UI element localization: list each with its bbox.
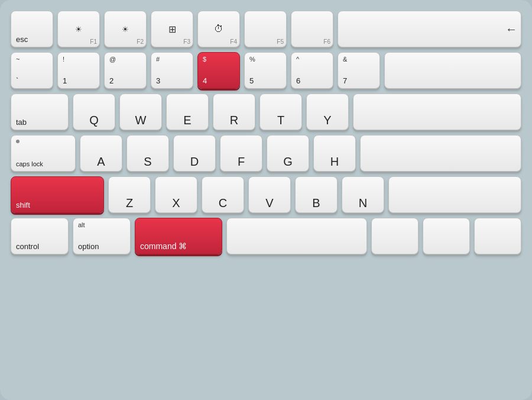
key-2-bottom: 2: [109, 77, 113, 85]
key-right-ctrl[interactable]: [474, 218, 521, 254]
number-row: ~ ` ! 1 @ 2 # 3 $ 4 % 5 ^ 6 & 7: [11, 52, 521, 89]
key-7-top: &: [343, 56, 347, 63]
key-right-opt[interactable]: [423, 218, 470, 254]
key-f4[interactable]: ⏱ F4: [197, 11, 240, 47]
key-2-top: @: [109, 56, 116, 63]
key-5-top: %: [249, 56, 255, 63]
key-f6-num: F6: [323, 38, 330, 45]
key-6-bottom: 6: [296, 77, 300, 85]
key-d-label: D: [179, 156, 210, 167]
key-v[interactable]: V: [248, 176, 291, 213]
key-y[interactable]: Y: [306, 93, 349, 130]
key-f-label: F: [225, 156, 257, 167]
bottom-row: control alt option command ⌘: [11, 218, 521, 254]
key-7-bottom: 7: [343, 77, 347, 85]
key-tab-label: tab: [16, 118, 27, 126]
key-control[interactable]: control: [11, 218, 69, 254]
key-f1-num: F1: [90, 38, 97, 45]
key-f1-icon: ☀: [75, 25, 82, 34]
key-jkl[interactable]: [360, 135, 521, 172]
key-right-cmd[interactable]: [371, 218, 419, 254]
key-tilde[interactable]: ~ `: [11, 52, 53, 89]
key-x-label: X: [160, 197, 192, 209]
key-4-top: $: [203, 56, 206, 63]
key-q-label: Q: [78, 114, 110, 126]
key-e[interactable]: E: [166, 93, 209, 130]
key-h-label: H: [319, 156, 351, 167]
key-command-label: command ⌘: [140, 242, 187, 250]
key-command[interactable]: command ⌘: [135, 218, 222, 254]
key-2[interactable]: @ 2: [104, 52, 147, 89]
key-shift-left-label: shift: [16, 201, 30, 209]
key-w[interactable]: W: [119, 93, 162, 130]
key-backspace[interactable]: ←: [338, 11, 521, 47]
key-g[interactable]: G: [267, 135, 309, 172]
key-f5-num: F5: [277, 38, 284, 45]
key-t-label: T: [265, 114, 297, 126]
key-uiop[interactable]: [353, 93, 521, 130]
keyboard: esc ☀ F1 ☀ F2 ⊞ F3 ⏱ F4 F5 F6 ← ~: [0, 0, 532, 400]
key-tab[interactable]: tab: [11, 93, 69, 130]
key-z[interactable]: Z: [108, 176, 151, 213]
key-r[interactable]: R: [213, 93, 255, 130]
key-f2-num: F2: [137, 38, 144, 45]
key-f3-icon: ⊞: [168, 24, 176, 35]
asdf-row: caps lock A S D F G H: [11, 135, 521, 172]
key-capslock-label: caps lock: [16, 161, 43, 167]
key-n[interactable]: N: [342, 176, 384, 213]
key-capslock[interactable]: caps lock: [11, 135, 76, 172]
key-f[interactable]: F: [220, 135, 262, 172]
key-d[interactable]: D: [173, 135, 216, 172]
key-5-bottom: 5: [249, 77, 254, 85]
key-c-label: C: [207, 197, 239, 209]
key-g-label: G: [272, 156, 304, 167]
key-b-label: B: [300, 197, 332, 209]
key-6[interactable]: ^ 6: [291, 52, 333, 89]
key-f3-num: F3: [183, 38, 190, 45]
key-7[interactable]: & 7: [338, 52, 380, 89]
key-8-plus[interactable]: [384, 52, 521, 89]
key-b[interactable]: B: [295, 176, 338, 213]
capslock-indicator: [16, 140, 20, 143]
key-5[interactable]: % 5: [244, 52, 287, 89]
key-x[interactable]: X: [155, 176, 197, 213]
key-esc[interactable]: esc: [11, 11, 53, 47]
key-z-label: Z: [113, 197, 145, 209]
key-c[interactable]: C: [202, 176, 244, 213]
key-f1[interactable]: ☀ F1: [57, 11, 100, 47]
key-a-label: A: [85, 156, 117, 167]
key-1-top: !: [63, 56, 64, 63]
key-3[interactable]: # 3: [151, 52, 193, 89]
key-1-bottom: 1: [63, 77, 67, 85]
key-3-top: #: [156, 56, 160, 63]
key-4[interactable]: $ 4: [197, 52, 240, 89]
key-f6[interactable]: F6: [291, 11, 333, 47]
key-v-label: V: [254, 197, 286, 209]
key-f2[interactable]: ☀ F2: [104, 11, 147, 47]
key-f4-icon: ⏱: [214, 24, 223, 34]
key-s[interactable]: S: [126, 135, 169, 172]
key-t[interactable]: T: [259, 93, 302, 130]
key-tilde-bottom: `: [16, 77, 18, 85]
key-spacebar[interactable]: [226, 218, 367, 254]
key-f3[interactable]: ⊞ F3: [151, 11, 193, 47]
key-h[interactable]: H: [313, 135, 356, 172]
key-n-label: N: [347, 197, 379, 209]
key-1[interactable]: ! 1: [57, 52, 100, 89]
key-r-label: R: [218, 114, 250, 126]
zxcv-row: shift Z X C V B N: [11, 176, 521, 213]
key-q[interactable]: Q: [73, 93, 115, 130]
key-m-rest[interactable]: [388, 176, 521, 213]
key-esc-label: esc: [16, 36, 28, 43]
key-shift-left[interactable]: shift: [11, 176, 104, 213]
qwerty-row: tab Q W E R T Y: [11, 93, 521, 130]
key-a[interactable]: A: [80, 135, 122, 172]
key-f2-icon: ☀: [122, 25, 129, 34]
key-f5[interactable]: F5: [244, 11, 287, 47]
key-4-bottom: 4: [203, 77, 207, 85]
key-option[interactable]: alt option: [73, 218, 131, 254]
key-w-label: W: [125, 114, 157, 126]
key-y-label: Y: [312, 114, 343, 126]
key-f4-num: F4: [230, 38, 237, 45]
key-control-label: control: [16, 243, 39, 250]
